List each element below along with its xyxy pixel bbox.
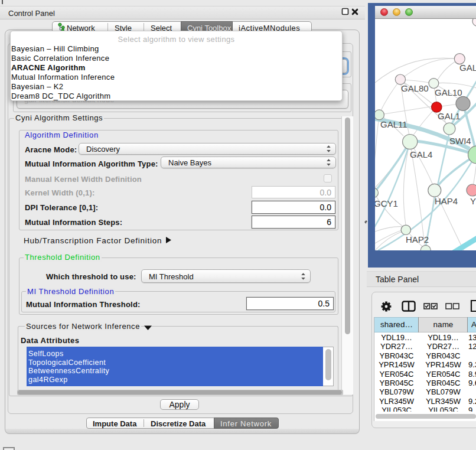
svg-text:HAP4: HAP4 bbox=[435, 196, 458, 206]
svg-text:GAL80: GAL80 bbox=[401, 83, 429, 93]
svg-text:Y: Y bbox=[470, 196, 476, 206]
svg-text:GAL1: GAL1 bbox=[438, 111, 460, 121]
svg-text:GAL4: GAL4 bbox=[410, 149, 432, 159]
svg-text:GCY1: GCY1 bbox=[375, 198, 398, 208]
svg-text:GAL7: GAL7 bbox=[459, 63, 476, 73]
svg-text:GAL11: GAL11 bbox=[380, 119, 407, 129]
svg-text:GAL10: GAL10 bbox=[435, 87, 462, 97]
svg-text:HAP2: HAP2 bbox=[406, 234, 429, 244]
svg-text:SWI4: SWI4 bbox=[449, 136, 471, 146]
